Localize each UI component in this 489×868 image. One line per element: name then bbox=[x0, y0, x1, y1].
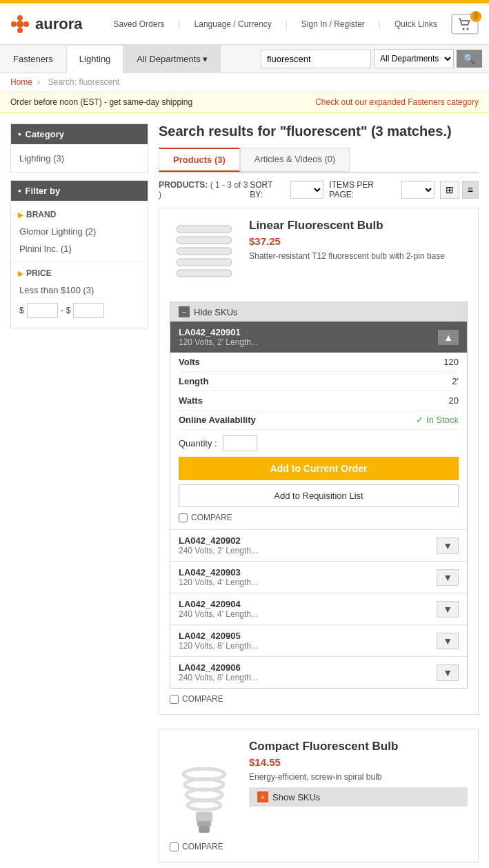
logo[interactable]: aurora bbox=[10, 14, 82, 34]
sku-id-420905: LA042_420905 bbox=[179, 631, 258, 641]
cart-icon bbox=[458, 18, 472, 30]
brand-arrow-icon: ▶ bbox=[18, 211, 23, 219]
availability-value: In Stock bbox=[416, 415, 459, 425]
sort-select[interactable] bbox=[290, 181, 323, 199]
sku-collapse-button-420901[interactable]: ▲ bbox=[438, 330, 459, 345]
sku-detail-volts: Volts 120 bbox=[179, 353, 459, 372]
product-info-linear: Linear Fluorescent Bulb $37.25 Shatter-r… bbox=[249, 219, 468, 295]
sidebar-filter-toggle-icon: ▪ bbox=[18, 186, 21, 196]
breadcrumb: Home › Search: fluorescent bbox=[0, 73, 489, 92]
sort-controls: SORT BY: ITEMS PER PAGE: ⊞ ≡ bbox=[250, 180, 479, 199]
price-arrow-icon: ▶ bbox=[18, 270, 23, 277]
tab-articles[interactable]: Articles & Videos (0) bbox=[240, 148, 350, 172]
sku-sub-420902: 240 Volts, 2' Length... bbox=[179, 546, 258, 555]
aurora-logo-icon bbox=[10, 14, 30, 34]
sku-section-linear: − Hide SKUs LA042_420901 120 Volts, 2' L… bbox=[170, 302, 468, 689]
sku-sub-420906: 240 Volts, 8' Length... bbox=[179, 673, 258, 682]
nav-tab-all-departments[interactable]: All Departments ▾ bbox=[123, 45, 221, 72]
sidebar-category-header[interactable]: ▪ Category bbox=[11, 124, 148, 144]
sku-compare-row-420901: COMPARE bbox=[179, 507, 459, 522]
sku-id-420904: LA042_420904 bbox=[179, 599, 258, 609]
svg-rect-17 bbox=[197, 821, 211, 827]
search-results-title: Search results for "fluorescent" (3 matc… bbox=[159, 124, 479, 139]
sku-sub-420904: 240 Volts, 4' Length... bbox=[179, 609, 258, 619]
sku-row-expanded-420901: LA042_420901 120 Volts, 2' Length... ▲ V… bbox=[170, 322, 467, 529]
svg-rect-9 bbox=[177, 248, 232, 255]
length-label: Length bbox=[179, 376, 208, 386]
length-value: 2' bbox=[452, 376, 459, 386]
sku-sub-420903: 120 Volts, 4' Length... bbox=[179, 578, 258, 587]
sku-row-420902[interactable]: LA042_420902 240 Volts, 2' Length... ▼ bbox=[170, 529, 467, 561]
svg-rect-8 bbox=[177, 237, 232, 244]
product-image-linear bbox=[170, 219, 239, 295]
price-min-input[interactable] bbox=[27, 303, 58, 318]
sku-expand-button-420904[interactable]: ▼ bbox=[437, 601, 459, 618]
sidebar-filter-header[interactable]: ▪ Filter by bbox=[11, 181, 148, 201]
sku-expand-button-420906[interactable]: ▼ bbox=[437, 664, 459, 681]
price-max-input[interactable] bbox=[73, 303, 104, 318]
sidebar: ▪ Category Lighting (3) ▪ Filter by ▶ BR… bbox=[10, 124, 148, 868]
sidebar-brand-label: BRAND bbox=[26, 210, 56, 219]
sidebar-price-filter-header[interactable]: ▶ PRICE bbox=[11, 265, 148, 282]
sidebar-category-lighting[interactable]: Lighting (3) bbox=[11, 150, 148, 167]
product-desc-linear: Shatter-resistant T12 fluorescent bulb w… bbox=[249, 251, 468, 261]
watts-value: 20 bbox=[449, 395, 459, 406]
promo-text-right[interactable]: Check out our expanded Fasteners categor… bbox=[315, 97, 479, 107]
sidebar-filter-body: ▶ BRAND Glomor Lighting (2) Pinini Inc. … bbox=[11, 201, 148, 328]
svg-point-5 bbox=[463, 28, 465, 30]
search-button[interactable]: 🔍 bbox=[457, 50, 482, 68]
add-to-req-list-button-420901[interactable]: Add to Requisition List bbox=[179, 484, 459, 507]
sku-expand-button-420902[interactable]: ▼ bbox=[437, 537, 459, 554]
content-area: Search results for "fluorescent" (3 matc… bbox=[159, 124, 479, 868]
svg-point-15 bbox=[188, 800, 221, 810]
sidebar-brand-glomor[interactable]: Glomor Lighting (2) bbox=[11, 223, 148, 240]
sku-expand-button-420905[interactable]: ▼ bbox=[437, 633, 459, 649]
products-count-label: PRODUCTS: ( 1 - 3 of 3 ) bbox=[159, 180, 250, 199]
cart-button[interactable]: 0 bbox=[451, 14, 479, 34]
product-price-linear: $37.25 bbox=[249, 235, 468, 247]
sku-row-420906[interactable]: LA042_420906 240 Volts, 8' Length... ▼ bbox=[170, 656, 467, 688]
sku-show-toggle-compact[interactable]: + Show SKUs bbox=[249, 787, 468, 807]
product-compare-label-linear: COMPARE bbox=[182, 694, 223, 704]
grid-view-button[interactable]: ⊞ bbox=[440, 181, 459, 199]
product-compare-checkbox-linear[interactable] bbox=[170, 695, 179, 704]
sort-bar: PRODUCTS: ( 1 - 3 of 3 ) SORT BY: ITEMS … bbox=[159, 180, 479, 199]
promo-text-left: Order before noon (EST) - get same-day s… bbox=[10, 97, 192, 107]
volts-value: 120 bbox=[443, 357, 459, 367]
list-view-button[interactable]: ≡ bbox=[462, 181, 479, 199]
sku-sub-420901: 120 Volts, 2' Length... bbox=[179, 337, 258, 347]
saved-orders-link[interactable]: Saved Orders bbox=[113, 19, 164, 29]
sku-hide-toggle[interactable]: − Hide SKUs bbox=[170, 302, 467, 322]
department-select[interactable]: All Departments bbox=[374, 49, 454, 68]
quick-links-link[interactable]: Quick Links bbox=[395, 19, 437, 29]
qty-input-420901[interactable] bbox=[223, 435, 257, 451]
nav-tab-lighting[interactable]: Lighting bbox=[66, 45, 124, 73]
items-per-page-label: ITEMS PER PAGE: bbox=[329, 180, 396, 199]
language-currency-link[interactable]: Language / Currency bbox=[194, 19, 272, 29]
sku-row-420904[interactable]: LA042_420904 240 Volts, 4' Length... ▼ bbox=[170, 593, 467, 624]
sign-in-link[interactable]: Sign In / Register bbox=[301, 19, 365, 29]
top-navigation: Saved Orders | Language / Currency | Sig… bbox=[103, 14, 479, 34]
product-price-compact: $14.55 bbox=[249, 756, 468, 768]
breadcrumb-home[interactable]: Home bbox=[10, 77, 32, 87]
sidebar-price-filter-item[interactable]: Less than $100 (3) bbox=[11, 282, 148, 299]
add-to-order-button-420901[interactable]: Add to Current Order bbox=[179, 457, 459, 480]
cart-badge: 0 bbox=[470, 11, 481, 22]
sidebar-brand-pinini[interactable]: Pinini Inc. (1) bbox=[11, 240, 148, 257]
product-compare-checkbox-compact[interactable] bbox=[170, 842, 179, 851]
sku-row-420903[interactable]: LA042_420903 120 Volts, 4' Length... ▼ bbox=[170, 561, 467, 593]
sku-toggle-minus-icon: − bbox=[179, 306, 190, 317]
search-input[interactable] bbox=[261, 50, 371, 68]
sidebar-brand-filter-header[interactable]: ▶ BRAND bbox=[11, 206, 148, 223]
sku-detail-availability: Online Availability In Stock bbox=[179, 411, 459, 430]
watts-label: Watts bbox=[179, 395, 203, 406]
sku-row-420905[interactable]: LA042_420905 120 Volts, 8' Length... ▼ bbox=[170, 624, 467, 656]
sku-compare-checkbox-420901[interactable] bbox=[179, 513, 188, 522]
price-range-inputs: $ - $ bbox=[11, 299, 148, 322]
nav-tab-fasteners[interactable]: Fasteners bbox=[0, 45, 66, 72]
sku-expand-button-420903[interactable]: ▼ bbox=[437, 569, 459, 586]
sku-id-420901: LA042_420901 bbox=[179, 327, 258, 337]
sku-id-420902: LA042_420902 bbox=[179, 535, 258, 546]
tab-products[interactable]: Products (3) bbox=[159, 148, 240, 172]
items-per-page-select[interactable] bbox=[401, 181, 435, 199]
